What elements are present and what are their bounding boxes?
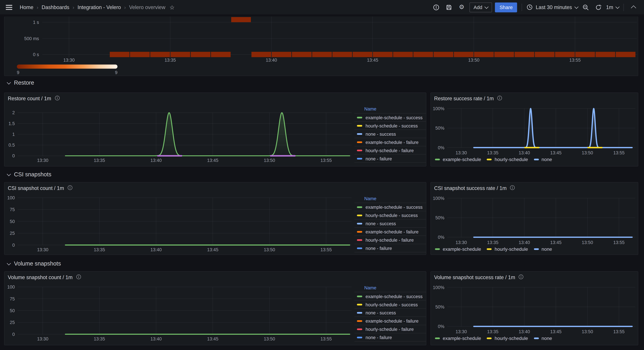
legend-item[interactable]: none - failure: [354, 154, 426, 163]
series-color-pill: [357, 320, 362, 322]
x-axis-tick-label: 13:45: [367, 58, 378, 63]
panel-title[interactable]: Volume snapshot count / 1m: [8, 275, 73, 280]
legend-item[interactable]: none: [534, 336, 552, 341]
legend-item[interactable]: none - success: [354, 219, 426, 227]
legend-item[interactable]: example-schedule - success: [354, 292, 426, 300]
legend-item[interactable]: hourly-schedule - failure: [354, 236, 426, 244]
series-color-pill: [435, 248, 440, 250]
settings-gear-icon[interactable]: ⚙: [457, 2, 467, 12]
legend-item[interactable]: example-schedule - failure: [354, 138, 426, 146]
refresh-interval-picker[interactable]: 1m: [606, 4, 619, 10]
legend-item[interactable]: hourly-schedule: [487, 336, 528, 341]
panel-title-row[interactable]: Volume snapshot success rate / 1m: [434, 274, 524, 281]
legend-item[interactable]: none: [534, 247, 552, 252]
heatmap-color-scale: [17, 65, 118, 69]
legend-item[interactable]: example-schedule - success: [354, 113, 426, 121]
legend-item[interactable]: example-schedule: [435, 336, 481, 341]
dashboard-info-icon[interactable]: [431, 2, 441, 12]
legend-item-label: hourly-schedule: [495, 336, 528, 341]
legend-item[interactable]: hourly-schedule: [487, 247, 528, 252]
series-color-pill: [357, 295, 362, 297]
series-color-pill: [357, 141, 362, 143]
section-header-csi-snapshots[interactable]: CSI snapshots: [8, 170, 51, 179]
info-icon[interactable]: [67, 185, 73, 192]
info-icon[interactable]: [518, 274, 524, 281]
legend-item[interactable]: hourly-schedule - failure: [354, 325, 426, 333]
legend-item[interactable]: example-schedule: [435, 157, 481, 162]
section-header-volume-snapshots[interactable]: Volume snapshots: [8, 259, 61, 268]
panel-title[interactable]: Restore count / 1m: [8, 96, 51, 101]
panel-title-row[interactable]: Restore count / 1m: [8, 95, 60, 102]
breadcrumb-home[interactable]: Home: [20, 4, 34, 10]
collapse-toolbar-icon[interactable]: [628, 2, 638, 12]
legend-item[interactable]: hourly-schedule - failure: [354, 146, 426, 154]
legend-item[interactable]: none: [534, 157, 552, 162]
breadcrumb-dashboards[interactable]: Dashboards: [42, 4, 69, 10]
y-axis-tick-label: 1: [12, 132, 15, 137]
panel-csi-snapshot-success-rate: CSI snapshot success rate / 1m 0%50%100%…: [430, 182, 638, 255]
x-axis-tick-label: 13:35: [94, 336, 105, 341]
panel-volume-snapshot-success-rate: Volume snapshot success rate / 1m 0%50%1…: [430, 271, 638, 345]
heatmap-cell: [555, 52, 575, 57]
refresh-icon[interactable]: [593, 2, 603, 12]
legend-header[interactable]: Name: [354, 105, 426, 113]
panel-title-row[interactable]: Restore success rate / 1m: [434, 95, 502, 102]
legend-header[interactable]: Name: [354, 195, 426, 203]
legend-item[interactable]: hourly-schedule: [487, 157, 528, 162]
breadcrumb-folder[interactable]: Integration - Velero: [78, 4, 121, 10]
panel-title-row[interactable]: CSI snapshot success rate / 1m: [434, 185, 515, 192]
y-axis-tick-label: 50%: [436, 304, 444, 309]
legend-item[interactable]: none - failure: [354, 244, 426, 252]
y-axis-tick-label: 25: [10, 231, 15, 236]
panel-title[interactable]: CSI snapshot success rate / 1m: [434, 185, 506, 191]
series-color-pill: [357, 222, 362, 224]
zoom-out-icon[interactable]: [580, 2, 590, 12]
breadcrumb-separator-icon: ›: [124, 4, 126, 10]
heatmap-cell: [535, 52, 554, 57]
legend-item[interactable]: example-schedule - failure: [354, 227, 426, 236]
legend-header[interactable]: Name: [354, 284, 426, 292]
section-header-restore[interactable]: Restore: [8, 78, 34, 87]
info-icon[interactable]: [76, 274, 81, 281]
series-color-pill: [534, 159, 538, 160]
heatmap-cell: [211, 52, 230, 57]
panel-title-row[interactable]: CSI snapshot count / 1m: [8, 185, 73, 192]
info-icon[interactable]: [54, 95, 60, 102]
legend-item[interactable]: hourly-schedule - success: [354, 211, 426, 219]
legend-item-label: example-schedule - success: [366, 115, 422, 120]
color-scale-max: 9: [115, 70, 118, 75]
legend: example-schedule hourly-schedule none: [435, 247, 552, 252]
series-color-pill: [357, 312, 362, 313]
legend-item[interactable]: hourly-schedule - success: [354, 121, 426, 130]
info-icon[interactable]: [510, 185, 515, 192]
legend-item[interactable]: hourly-schedule - success: [354, 300, 426, 308]
share-button[interactable]: Share: [495, 2, 517, 12]
add-button[interactable]: Add: [470, 2, 492, 12]
legend-item[interactable]: example-schedule: [435, 247, 481, 252]
legend-item[interactable]: none - success: [354, 130, 426, 138]
info-icon[interactable]: [497, 95, 502, 102]
panel-title[interactable]: CSI snapshot count / 1m: [8, 185, 64, 191]
legend-item-label: hourly-schedule - failure: [366, 327, 414, 331]
legend-item[interactable]: example-schedule - failure: [354, 316, 426, 325]
heatmap-cell: [170, 52, 190, 57]
star-icon[interactable]: ☆: [170, 4, 175, 11]
time-range-picker[interactable]: Last 30 minutes: [527, 4, 578, 10]
x-axis-tick-label: 13:50: [582, 240, 593, 245]
legend-item-label: hourly-schedule: [495, 157, 528, 162]
x-axis-tick-label: 13:55: [613, 240, 624, 245]
panel-title-row[interactable]: Volume snapshot count / 1m: [8, 274, 81, 281]
breadcrumb-separator-icon: ›: [73, 4, 74, 10]
panel-title[interactable]: Restore success rate / 1m: [434, 96, 494, 101]
timeseries-chart: 0%50%100%13:3013:3513:4013:4513:5013:55: [431, 183, 638, 248]
save-icon[interactable]: [444, 2, 454, 12]
clock-icon: [527, 4, 533, 10]
panel-title[interactable]: Volume snapshot success rate / 1m: [434, 275, 515, 280]
legend-item[interactable]: none - success: [354, 308, 426, 316]
panel-restore-count: Restore count / 1m 00.511.5213:3013:3513…: [4, 93, 426, 167]
breadcrumb: Home › Dashboards › Integration - Velero…: [20, 4, 165, 10]
x-axis-tick-label: 13:30: [456, 150, 467, 155]
legend-item[interactable]: example-schedule - success: [354, 203, 426, 211]
legend-item[interactable]: none - failure: [354, 333, 426, 341]
menu-icon[interactable]: [6, 5, 12, 10]
